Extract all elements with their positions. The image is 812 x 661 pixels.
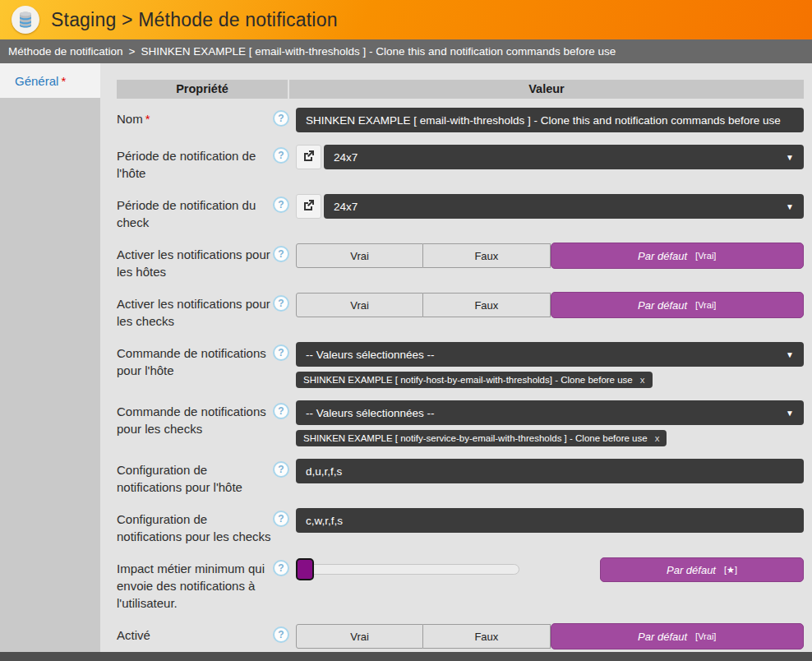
title-bar: Staging > Méthode de notification [0,0,812,39]
field-label: Période de notification de l'hôte [117,145,273,182]
default-value: [Vrai] [695,631,716,641]
required-mark: * [61,74,66,88]
multiselect-placeholder: -- Valeurs sélectionnées -- [306,407,435,419]
open-period-button[interactable] [296,145,321,169]
default-label: Par défaut [638,631,687,643]
page-title: Staging > Méthode de notification [51,9,338,31]
default-label: Par défaut [638,250,687,262]
body: Général* Propriété Valeur Nom* ? Période… [0,63,812,652]
field-label: Activé [117,624,273,644]
help-icon[interactable]: ? [273,344,289,361]
selected-value: 24x7 [334,201,358,213]
help-icon[interactable]: ? [273,246,289,262]
false-button[interactable]: Faux [423,293,550,317]
host-notification-options-input[interactable] [296,459,804,483]
host-command-multiselect[interactable]: -- Valeurs sélectionnées -- ▼ [296,342,804,367]
form-row-host-notification-options: Configuration de notifications pour l'hô… [117,459,804,496]
default-label: Par défaut [667,564,716,576]
tristate-group: Vrai Faux Par défaut [Vrai] [296,243,804,269]
form-row-enabled: Activé ? Vrai Faux Par défaut [Vrai] [117,624,804,649]
tag-label: SHINKEN EXAMPLE [ notify-host-by-email-w… [303,375,633,385]
default-button[interactable]: Par défaut [Vrai] [551,243,805,269]
breadcrumb-separator: > [129,45,136,58]
multiselect-placeholder: -- Valeurs sélectionnées -- [306,349,435,361]
form-row-host-notification-command: Commande de notifications pour l'hôte ? … [117,342,804,388]
help-icon[interactable]: ? [273,147,289,164]
default-value: [Vrai] [695,300,716,310]
required-mark: * [145,112,150,126]
help-icon[interactable]: ? [273,560,289,576]
form-row-min-business-impact: Impact métier minimum qui envoie des not… [117,557,804,612]
tab-general[interactable]: Général* [0,63,100,98]
field-label: Période de notification du check [117,194,273,231]
form-row-host-period: Période de notification de l'hôte ? 24x7… [117,145,804,182]
default-value: [Vrai] [695,251,716,261]
external-link-icon [303,150,315,164]
field-label: Activer les notifications pour les check… [117,293,273,330]
check-notification-options-input[interactable] [296,508,804,533]
breadcrumb-current-item: SHINKEN EXAMPLE [ email-with-thresholds … [141,45,616,58]
form-row-check-period: Période de notification du check ? 24x7 … [117,194,804,231]
check-notification-period-select[interactable]: 24x7 ▼ [324,194,804,219]
value-column-header: Valeur [289,80,804,99]
chevron-down-icon: ▼ [786,409,794,418]
default-button[interactable]: Par défaut [★] [600,557,804,582]
help-icon[interactable]: ? [273,461,289,478]
tag-label: SHINKEN EXAMPLE [ notify-service-by-emai… [303,433,648,443]
selected-command-tag: SHINKEN EXAMPLE [ notify-service-by-emai… [296,430,667,446]
check-command-multiselect[interactable]: -- Valeurs sélectionnées -- ▼ [296,400,804,425]
tab-general-label: Général [15,74,58,88]
tristate-group: Vrai Faux Par défaut [Vrai] [296,293,804,318]
help-icon[interactable]: ? [273,295,289,312]
default-button[interactable]: Par défaut [Vrai] [551,623,805,649]
remove-tag-button[interactable]: x [655,433,660,443]
footer-bar [0,652,812,661]
form-area: Propriété Valeur Nom* ? Période de notif… [100,63,812,652]
form-row-check-notifications-enabled: Activer les notifications pour les check… [117,293,804,330]
default-value: [★] [724,565,737,575]
field-label: Configuration de notifications pour l'hô… [117,459,273,496]
app-window: Staging > Méthode de notification Méthod… [0,0,812,661]
slider-track[interactable] [296,564,519,575]
true-button[interactable]: Vrai [296,624,423,649]
help-icon[interactable]: ? [273,110,289,127]
chevron-down-icon: ▼ [786,350,794,359]
default-label: Par défaut [638,299,687,312]
table-header: Propriété Valeur [117,80,804,99]
chevron-down-icon: ▼ [786,153,794,162]
true-button[interactable]: Vrai [296,293,423,317]
form-row-check-notification-options: Configuration de notifications pour les … [117,508,804,545]
selected-command-tag: SHINKEN EXAMPLE [ notify-host-by-email-w… [296,372,653,388]
breadcrumb-section-link[interactable]: Méthode de notification [8,45,123,58]
field-label: Nom* [117,108,273,127]
help-icon[interactable]: ? [273,511,289,527]
false-button[interactable]: Faux [423,624,550,649]
form-row-host-notifications-enabled: Activer les notifications pour les hôtes… [117,243,804,280]
open-period-button[interactable] [296,194,321,219]
field-label: Configuration de notifications pour les … [117,508,273,545]
true-button[interactable]: Vrai [296,243,423,268]
form-row-check-notification-command: Commande de notifications pour les check… [117,400,804,446]
field-label: Commande de notifications pour les check… [117,400,273,437]
field-label: Activer les notifications pour les hôtes [117,243,273,280]
help-icon[interactable]: ? [273,196,289,213]
business-impact-slider [296,557,519,575]
database-icon [12,6,39,34]
name-input[interactable] [296,108,804,132]
host-notification-period-select[interactable]: 24x7 ▼ [324,145,804,169]
external-link-icon [303,199,315,214]
remove-tag-button[interactable]: x [640,375,645,385]
field-label: Commande de notifications pour l'hôte [117,342,273,379]
selected-value: 24x7 [334,151,358,164]
property-column-header: Propriété [117,80,288,99]
breadcrumb: Méthode de notification > SHINKEN EXAMPL… [0,39,812,63]
slider-handle[interactable] [296,558,314,580]
false-button[interactable]: Faux [423,243,550,268]
help-icon[interactable]: ? [273,626,289,643]
field-label: Impact métier minimum qui envoie des not… [117,557,273,612]
help-icon[interactable]: ? [273,403,289,419]
tristate-group: Vrai Faux Par défaut [Vrai] [296,624,804,649]
sidebar: Général* [0,63,100,652]
default-button[interactable]: Par défaut [Vrai] [551,292,805,318]
form-row-nom: Nom* ? [117,108,804,132]
